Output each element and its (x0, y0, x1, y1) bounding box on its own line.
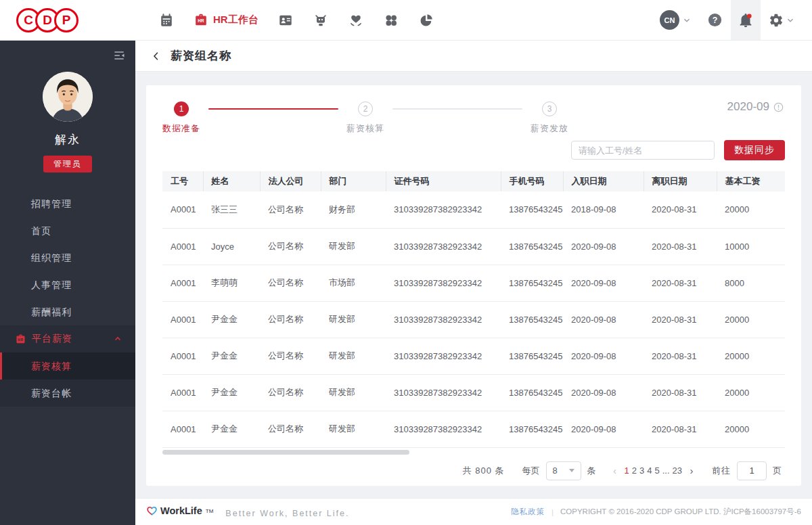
step-label: 薪资发放 (531, 122, 568, 135)
page-number-button[interactable]: 3 (639, 465, 644, 476)
footer: WorkLifeTM Better Work, Better Life. 隐私政… (135, 498, 812, 525)
page-number-button[interactable]: 5 (654, 465, 659, 476)
table-cell: 2020-08-31 (644, 374, 717, 411)
app-root: C D P HR HR工作台 (0, 0, 812, 525)
sidebar-item-recruiting[interactable]: 招聘管理 (0, 190, 135, 217)
sidebar: 解永 管理员 招聘管理 首页 组织管理 人事管理 薪酬福利 HR 平台薪资 (0, 41, 135, 525)
table-cell: 13876543245 (501, 228, 563, 265)
reports-nav-button[interactable] (409, 0, 444, 40)
info-icon[interactable] (773, 102, 784, 112)
sidebar-item-organization[interactable]: 组织管理 (0, 244, 135, 271)
scrollbar-thumb[interactable] (162, 450, 409, 455)
prev-page-button[interactable]: ‹ (607, 465, 623, 476)
table-cell: 13876543245 (501, 411, 563, 447)
table-cell: 10000 (717, 228, 785, 265)
column-header: 法人公司 (260, 171, 321, 191)
table-row: A0001尹金金公司名称研发部3103392873829233421387654… (162, 411, 785, 447)
privacy-policy-link[interactable]: 隐私政策 (511, 507, 545, 517)
svg-text:HR: HR (18, 338, 24, 341)
column-header: 基本工资 (717, 171, 785, 191)
chevron-up-icon (114, 335, 122, 343)
table-row: A0001尹金金公司名称研发部3103392873829233421387654… (162, 338, 785, 374)
table-cell: 研发部 (321, 228, 386, 265)
notifications-button[interactable] (731, 0, 761, 40)
table-cell: 310339287382923342 (386, 411, 501, 447)
hr-workbench-label: HR工作台 (213, 14, 258, 26)
table-cell: 310339287382923342 (386, 191, 501, 228)
step-connector (392, 108, 522, 110)
table-row: A0001李萌萌公司名称市场部3103392873829233421387654… (162, 265, 785, 301)
page-numbers: 12345...23 (623, 465, 683, 476)
svg-text:?: ? (713, 16, 718, 25)
table-cell: 310339287382923342 (386, 228, 501, 265)
employee-card-nav-button[interactable] (268, 0, 303, 40)
bell-icon (738, 12, 754, 28)
goto-page-control: 前往 页 (712, 461, 782, 480)
page-number-button[interactable]: 23 (673, 465, 682, 476)
table-cell: 市场部 (321, 265, 386, 301)
logo-letter: P (54, 8, 78, 32)
period-picker[interactable]: 2020-09 (727, 100, 784, 114)
goto-page-input[interactable] (737, 461, 767, 480)
worklife-logo: WorkLifeTM (146, 505, 213, 516)
table-cell: 2020-09-08 (563, 338, 644, 374)
search-input[interactable] (571, 141, 715, 160)
column-header: 离职日期 (644, 171, 717, 191)
sidebar-item-compensation[interactable]: 薪酬福利 (0, 298, 135, 325)
sidebar-collapse-button[interactable] (112, 49, 126, 65)
table-cell: 尹金金 (203, 301, 260, 338)
page-number-button[interactable]: 1 (625, 465, 629, 476)
table-cell: 20000 (717, 374, 785, 411)
page-number-button[interactable]: 4 (647, 465, 652, 476)
table-cell: 研发部 (321, 411, 386, 447)
cdp-logo[interactable]: C D P (16, 8, 78, 32)
table-cell: 研发部 (321, 301, 386, 338)
id-badge-icon (278, 13, 293, 28)
top-navbar: C D P HR HR工作台 (0, 0, 812, 41)
table-cell: 2020-09-08 (563, 265, 644, 301)
calendar-nav-button[interactable] (149, 0, 184, 40)
table-row: A0001Joyce公司名称研发部31033928738292334213876… (162, 228, 785, 265)
table-cell: A0001 (162, 191, 203, 228)
sidebar-item-personnel[interactable]: 人事管理 (0, 271, 135, 298)
avatar-portrait (43, 72, 93, 122)
footer-slogan: Better Work, Better Life. (225, 509, 349, 518)
data-sync-button[interactable]: 数据同步 (724, 140, 785, 160)
table-cell: 2020-09-08 (563, 301, 644, 338)
table-cell: 2020-08-31 (644, 338, 717, 374)
robot-icon (313, 13, 328, 28)
sidebar-item-home[interactable]: 首页 (0, 217, 135, 244)
settings-menu[interactable] (761, 0, 803, 40)
step-number: 2 (358, 101, 373, 116)
table-cell: 研发部 (321, 338, 386, 374)
per-page-select[interactable]: 8 (546, 461, 581, 480)
next-page-button[interactable]: › (683, 465, 700, 476)
table-cell: 2020-08-31 (644, 191, 717, 228)
horizontal-scrollbar (162, 450, 785, 455)
sidebar-item-platform-payroll[interactable]: HR 平台薪资 (0, 325, 135, 352)
locale-switcher[interactable]: CN (652, 0, 699, 40)
table-cell: Joyce (203, 228, 260, 265)
caret-down-icon (569, 469, 574, 472)
worklife-brand-text: WorkLife (160, 505, 202, 516)
care-nav-button[interactable] (338, 0, 374, 40)
help-button[interactable]: ? (699, 0, 731, 40)
step-number: 3 (542, 101, 557, 116)
table-cell: 尹金金 (203, 338, 260, 374)
tab-hr-workbench[interactable]: HR HR工作台 (184, 0, 268, 40)
sidebar-menu: 招聘管理 首页 组织管理 人事管理 薪酬福利 HR 平台薪资 (0, 190, 135, 407)
column-header: 工号 (162, 171, 203, 191)
apps-nav-button[interactable] (374, 0, 409, 40)
chevron-down-icon (786, 16, 794, 24)
sidebar-item-payroll-calculation[interactable]: 薪资核算 (0, 352, 135, 380)
step-data-preparation: 1 数据准备 (162, 101, 200, 135)
goto-unit: 页 (773, 465, 782, 477)
back-button[interactable] (148, 47, 165, 65)
robot-assistant-nav-button[interactable] (303, 0, 338, 40)
sidebar-item-payroll-ledger[interactable]: 薪资台帐 (0, 380, 135, 407)
page-number-button[interactable]: 2 (632, 465, 637, 476)
step-payroll-distribution: 3 薪资发放 (531, 101, 568, 135)
table-cell: 李萌萌 (203, 265, 260, 301)
table-cell: 公司名称 (260, 265, 321, 301)
table-cell: 2020-09-08 (563, 228, 644, 265)
